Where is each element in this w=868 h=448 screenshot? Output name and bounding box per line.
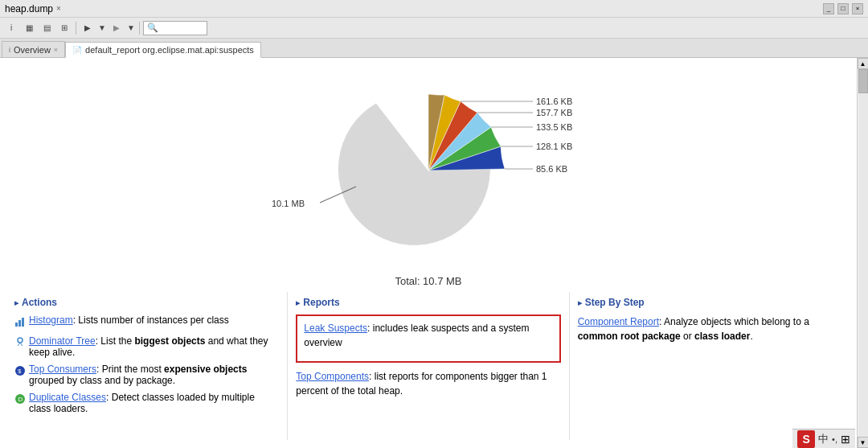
- scrollbar-track[interactable]: [858, 69, 868, 437]
- lang-icon: 中: [818, 432, 829, 446]
- svg-line-5: [20, 343, 23, 346]
- svg-point-3: [18, 338, 23, 343]
- histogram-item: Histogram: Lists number of instances per…: [14, 314, 279, 330]
- title-text: heap.dump: [5, 3, 53, 14]
- consumers-icon: $: [14, 365, 26, 379]
- search-icon: 🔍: [147, 23, 158, 33]
- overview-tab-icon: i: [9, 46, 10, 54]
- consumers-link[interactable]: Top Consumers: [29, 364, 96, 375]
- dominator-bold: biggest objects: [134, 335, 205, 347]
- reports-section: Reports Leak Suspects: includes leak sus…: [288, 292, 569, 440]
- tab-suspects-label: default_report org.eclipse.mat.api:suspe…: [85, 45, 254, 55]
- suspects-tab-icon: 📄: [72, 46, 82, 55]
- window-controls: _ □ ×: [823, 3, 863, 14]
- list-button[interactable]: ▤: [39, 20, 55, 36]
- consumers-bold: expensive objects: [164, 364, 247, 375]
- dominator-text: Dominator Tree: List the biggest objects…: [29, 335, 279, 358]
- component-report-text: Component Report: Analyze objects which …: [578, 314, 842, 343]
- large-slice-label: 10.1 MB: [272, 199, 305, 208]
- scrollbar-down-button[interactable]: ▼: [858, 437, 869, 448]
- svg-rect-2: [22, 318, 24, 327]
- tab-overview[interactable]: i Overview ×: [2, 41, 65, 57]
- dot-icon: •,: [832, 434, 837, 444]
- pie-container: 85.6 KB 128.1 KB 133.5 KB 157.7 KB 161.6…: [268, 82, 589, 259]
- main-content: 85.6 KB 128.1 KB 133.5 KB 157.7 KB 161.6…: [0, 58, 868, 448]
- duplicate-icon: D: [14, 393, 26, 407]
- chart-area: 85.6 KB 128.1 KB 133.5 KB 157.7 KB 161.6…: [0, 66, 857, 275]
- histogram-link[interactable]: Histogram: [29, 314, 73, 326]
- status-bar: S 中 •, ⊞: [792, 429, 855, 448]
- consumers-text: Top Consumers: Print the most expensive …: [29, 364, 279, 386]
- close-button[interactable]: ×: [852, 3, 863, 14]
- consumers-item: $ Top Consumers: Print the most expensiv…: [14, 364, 279, 386]
- scrollbar-up-button[interactable]: ▲: [858, 58, 869, 69]
- separator-2: [139, 22, 140, 35]
- dominator-item: Dominator Tree: List the biggest objects…: [14, 335, 279, 358]
- label-value-4: 128.1 KB: [536, 142, 572, 151]
- class-loader-bold: class loader: [694, 331, 750, 342]
- reports-title: Reports: [296, 297, 560, 308]
- histogram-text: Histogram: Lists number of instances per…: [29, 314, 229, 326]
- content-area: 85.6 KB 128.1 KB 133.5 KB 157.7 KB 161.6…: [0, 58, 857, 448]
- duplicate-text: Duplicate Classes: Detect classes loaded…: [29, 392, 279, 414]
- tab-overview-label: Overview: [14, 45, 51, 55]
- pie-chart: 85.6 KB 128.1 KB 133.5 KB 157.7 KB 161.6…: [268, 82, 589, 259]
- label-value-2: 157.7 KB: [536, 108, 572, 117]
- duplicate-item: D Duplicate Classes: Detect classes load…: [14, 392, 279, 414]
- title-bar: heap.dump × _ □ ×: [0, 0, 868, 18]
- tab-bar: i Overview × 📄 default_report org.eclips…: [0, 39, 868, 58]
- tab-suspects[interactable]: 📄 default_report org.eclipse.mat.api:sus…: [65, 42, 261, 58]
- actions-section: Actions Histogram: Lists number of insta…: [6, 292, 288, 440]
- leak-suspects-link[interactable]: Leak Suspects: [304, 323, 367, 334]
- dominator-icon: [14, 337, 26, 351]
- svg-rect-1: [18, 320, 21, 327]
- component-report-link[interactable]: Component Report: [578, 316, 659, 327]
- dominator-link[interactable]: Dominator Tree: [29, 335, 96, 347]
- total-label-text: Total: 10.7 MB: [395, 275, 461, 287]
- table-button[interactable]: ⊞: [56, 20, 72, 36]
- scrollbar-thumb[interactable]: [858, 69, 868, 93]
- s-icon: S: [797, 430, 815, 448]
- histogram-icon: [14, 316, 26, 330]
- bottom-sections: Actions Histogram: Lists number of insta…: [0, 292, 857, 440]
- page-wrapper: heap.dump × _ □ × i ▦ ▤ ⊞ ▶ ▼ ▶ ▼ 🔍 i Ov…: [0, 0, 868, 448]
- debug-dropdown-button[interactable]: ▼: [126, 20, 136, 36]
- tab-overview-close[interactable]: ×: [54, 46, 58, 54]
- top-components-text: Top Components: list reports for compone…: [296, 369, 560, 398]
- top-components-link[interactable]: Top Components: [296, 371, 369, 382]
- separator-1: [76, 22, 76, 35]
- svg-text:D: D: [18, 396, 23, 403]
- label-value-5: 85.6 KB: [536, 164, 567, 174]
- debug-button[interactable]: ▶: [108, 20, 125, 36]
- maximize-button[interactable]: □: [837, 3, 849, 14]
- duplicate-link[interactable]: Duplicate Classes: [29, 392, 106, 403]
- actions-title: Actions: [14, 297, 279, 308]
- step-by-step-title: Step By Step: [578, 297, 842, 308]
- settings-icon[interactable]: ⊞: [841, 433, 850, 446]
- title-close-icon[interactable]: ×: [56, 4, 61, 13]
- leak-suspects-text: Leak Suspects: includes leak suspects an…: [304, 321, 552, 350]
- run-button[interactable]: ▶: [80, 20, 96, 36]
- label-value-1: 161.6 KB: [536, 97, 572, 106]
- svg-line-4: [18, 343, 20, 346]
- info-button[interactable]: i: [3, 20, 19, 36]
- scrollbar: ▲ ▼: [857, 58, 868, 448]
- svg-text:$: $: [18, 368, 22, 375]
- label-value-3: 133.5 KB: [536, 122, 572, 132]
- toolbar: i ▦ ▤ ⊞ ▶ ▼ ▶ ▼ 🔍: [0, 18, 868, 39]
- minimize-button[interactable]: _: [823, 3, 834, 14]
- run-dropdown-button[interactable]: ▼: [97, 20, 107, 36]
- chart-total: Total: 10.7 MB: [0, 275, 857, 292]
- leak-suspects-box: Leak Suspects: includes leak suspects an…: [296, 314, 560, 363]
- svg-rect-0: [15, 323, 18, 327]
- grid-button[interactable]: ▦: [21, 20, 37, 36]
- common-root-bold: common root package: [578, 331, 681, 342]
- search-box: 🔍: [143, 21, 207, 35]
- step-by-step-section: Step By Step Component Report: Analyze o…: [570, 292, 850, 440]
